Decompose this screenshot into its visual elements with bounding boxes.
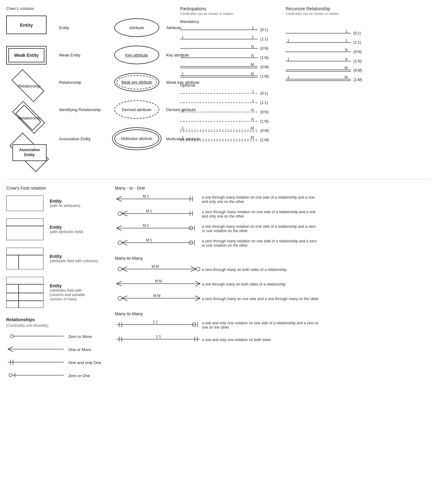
svg-line-63 bbox=[116, 196, 122, 199]
one-to-one-title: Many-to-Many bbox=[115, 311, 430, 316]
recursive-row-0-M: M (0:M) bbox=[286, 67, 366, 74]
svg-text:1:1: 1:1 bbox=[153, 320, 158, 324]
crows-right: Many - to - One M:1 bbox=[115, 186, 430, 384]
svg-text:1: 1 bbox=[182, 126, 184, 130]
svg-text:M:1: M:1 bbox=[146, 238, 152, 242]
mm-row-1-svg: M:M bbox=[115, 279, 202, 289]
one-only-symbol bbox=[6, 358, 68, 367]
svg-text:N: N bbox=[251, 54, 254, 58]
many-row-1: M:1 a zero through many notation on one … bbox=[115, 209, 430, 219]
svg-line-91 bbox=[122, 269, 127, 272]
optional-row-1-1: 1 (1:1) bbox=[180, 99, 273, 106]
svg-point-89 bbox=[118, 267, 122, 271]
svg-line-107 bbox=[195, 296, 200, 298]
many-to-many-title: Many-to-Many bbox=[115, 256, 430, 261]
mm-row-0-svg: M:M bbox=[115, 264, 202, 275]
svg-line-104 bbox=[122, 296, 127, 298]
svg-line-77 bbox=[116, 228, 122, 231]
cf-entity-varrows-label: Entity (attributes field with columns an… bbox=[50, 283, 90, 301]
weak-entity-shape-row: Weak Entity bbox=[6, 44, 56, 66]
svg-point-51 bbox=[10, 335, 13, 338]
mm-row-2-svg: M:M bbox=[115, 294, 202, 304]
many-row-2-desc: a one through many notation on one side … bbox=[202, 224, 320, 233]
chens-shape-descs: Entity Weak Entity Relationship Identify… bbox=[56, 14, 110, 170]
participations-col: Participations Cardinality can be shown … bbox=[180, 6, 273, 146]
svg-line-101 bbox=[195, 284, 200, 286]
recursive-title: Recursive Relationship bbox=[286, 6, 366, 11]
mandatory-row-1-1: 1 1 (1:1) bbox=[180, 36, 273, 43]
svg-line-108 bbox=[195, 298, 200, 301]
svg-text:1: 1 bbox=[252, 35, 254, 39]
entity-box: Entity bbox=[6, 16, 47, 34]
many-row-0-svg: M:1 bbox=[115, 194, 202, 205]
svg-text:M:1: M:1 bbox=[146, 209, 152, 213]
cf-entity-no-attr-label: Entity (with no attributes) bbox=[50, 199, 80, 208]
many-row-1-svg: M:1 bbox=[115, 209, 202, 219]
many-row-2: M:1 a one through many notation on one s… bbox=[115, 223, 430, 234]
cf-entity-varrows-row: Entity (attributes field with columns an… bbox=[6, 277, 106, 308]
part-notation-0-1: (0:1) bbox=[258, 28, 273, 32]
svg-line-54 bbox=[8, 347, 13, 349]
entity-shape-row: Entity bbox=[6, 14, 56, 36]
svg-text:1: 1 bbox=[287, 75, 289, 79]
svg-line-83 bbox=[122, 240, 127, 243]
cf-entity-attr-label: Entity (with attributes field) bbox=[50, 225, 83, 234]
svg-line-70 bbox=[122, 211, 127, 214]
key-attribute-oval-row: Key attribute bbox=[110, 41, 163, 69]
svg-text:M:M: M:M bbox=[155, 279, 162, 283]
optional-row-0-1: 1 (0:1) bbox=[180, 90, 273, 97]
weak-key-attribute-oval: Weak key attribute bbox=[114, 73, 159, 92]
oo-row-0-svg: 1:1 bbox=[115, 320, 202, 330]
one-only-label: One and only One bbox=[68, 360, 101, 365]
zero-one-row: Zero or One bbox=[6, 371, 106, 380]
svg-text:1: 1 bbox=[182, 72, 184, 76]
zero-more-row: Zero or More bbox=[6, 332, 106, 341]
weak-entity-box: Weak Entity bbox=[6, 46, 47, 65]
mandatory-label: Mandatory bbox=[180, 19, 273, 24]
mm-row-1-desc: a one through many on both sides of a re… bbox=[202, 282, 286, 286]
many-row-1-desc: a zero through many notation on one side… bbox=[202, 210, 320, 218]
chens-title: Chen's notation bbox=[6, 6, 174, 11]
cf-entity-cols-shape bbox=[6, 248, 50, 269]
svg-text:1: 1 bbox=[182, 54, 184, 58]
oo-row-0-desc: a one and only one notation on one side … bbox=[202, 321, 320, 330]
svg-text:1: 1 bbox=[182, 108, 184, 112]
recursive-row-1-M: 1 M (1:M) bbox=[286, 76, 366, 83]
one-only-row: One and only One bbox=[6, 358, 106, 367]
many-to-one-title: Many - to - One bbox=[115, 186, 430, 191]
svg-line-98 bbox=[116, 284, 122, 286]
recursive-row-0-1: 1 (0:1) bbox=[286, 30, 366, 37]
recursive-row-1-1: 1 1 (1:1) bbox=[286, 39, 366, 46]
mm-row-2-desc: a zero through many on one side and a on… bbox=[202, 297, 319, 301]
mandatory-row-0-1: 1 (0:1) bbox=[180, 26, 273, 33]
mm-row-0: M:M a zero through many on both sides of… bbox=[115, 264, 430, 275]
mandatory-row-1-N: 1 N (1:N) bbox=[180, 54, 273, 61]
recursive-row-1-N: 1 N (1:N) bbox=[286, 58, 366, 65]
mm-row-1: M:M a one through many on both sides of … bbox=[115, 279, 430, 289]
oo-row-1-desc: a one and only one notation on both side… bbox=[202, 338, 271, 342]
svg-text:N: N bbox=[345, 57, 348, 61]
svg-line-76 bbox=[116, 226, 122, 228]
svg-text:1: 1 bbox=[252, 26, 254, 30]
svg-line-100 bbox=[195, 281, 200, 284]
recursive-row-0-N: N (0:N) bbox=[286, 48, 366, 55]
multivalue-attribute-oval: Multivalue attribute bbox=[114, 129, 159, 148]
svg-line-105 bbox=[122, 298, 127, 301]
mandatory-row-1-M: 1 M (1:M) bbox=[180, 73, 273, 80]
oo-row-0: 1:1 a one and only one notation on one s… bbox=[115, 320, 430, 330]
svg-text:1: 1 bbox=[287, 57, 289, 61]
svg-line-55 bbox=[8, 349, 13, 352]
attribute-oval: Attribute bbox=[114, 18, 159, 37]
mandatory-row-0-N: N (0:N) bbox=[180, 45, 273, 52]
cf-entity-attr-shape bbox=[6, 218, 50, 240]
svg-point-103 bbox=[118, 296, 122, 300]
cf-entity-cols-row: Entity (attributes field with columns) bbox=[6, 248, 106, 269]
svg-text:M:M: M:M bbox=[152, 264, 159, 269]
one-more-label: One or More bbox=[68, 347, 91, 352]
associative-entity-shape-row: AssociativeEntity bbox=[6, 139, 53, 167]
relationship-shape-row: Relationship bbox=[6, 75, 53, 97]
one-more-row: One or More bbox=[6, 345, 106, 354]
svg-text:M:M: M:M bbox=[153, 294, 160, 298]
svg-line-97 bbox=[116, 281, 122, 284]
svg-point-69 bbox=[118, 212, 122, 215]
